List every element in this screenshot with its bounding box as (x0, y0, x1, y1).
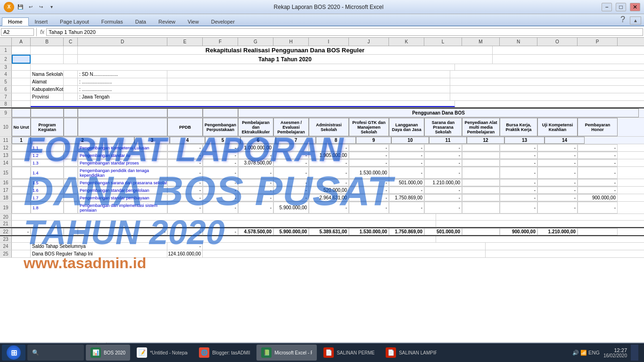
redo-quick-btn[interactable]: ↪ (37, 3, 45, 11)
cell-c2[interactable] (64, 55, 78, 64)
cell-f25[interactable] (203, 250, 486, 257)
cell-d4[interactable]: : SD N................... (78, 71, 167, 78)
col-header-n[interactable]: N (500, 38, 537, 46)
cell-f12[interactable]: - (203, 144, 238, 151)
cell-row23[interactable] (12, 236, 436, 242)
cell-d5[interactable]: : ....................... (78, 78, 167, 85)
cell-o19[interactable]: - (537, 202, 578, 214)
cell-e14[interactable]: - (167, 159, 203, 166)
cell-b8[interactable] (31, 101, 455, 107)
cell-j11[interactable]: 8 (316, 137, 356, 144)
cell-o22[interactable]: 1.210.000,00 (537, 228, 578, 235)
col-hdr-langganan[interactable]: Langganan Daya dan Jasa (389, 118, 424, 136)
cell-g19[interactable]: - (238, 202, 273, 214)
cell-c13[interactable] (64, 152, 78, 159)
col-header-p[interactable]: P (578, 38, 618, 46)
cell-row21[interactable] (12, 221, 436, 227)
cell-p17[interactable]: - (578, 187, 618, 194)
cell-o15[interactable]: - (537, 167, 578, 179)
cell-a25[interactable] (12, 250, 31, 257)
cell-j18[interactable]: - (349, 194, 389, 201)
cell-a1[interactable] (12, 46, 31, 54)
cell-l14[interactable]: - (424, 159, 462, 166)
col-header-e[interactable]: E (167, 38, 203, 46)
cell-e4[interactable] (167, 71, 450, 78)
cell-m19[interactable] (462, 202, 500, 214)
cell-a22[interactable]: - (12, 228, 31, 235)
cell-l19[interactable]: - (424, 202, 462, 214)
cell-f15[interactable]: - (203, 167, 238, 179)
cell-d6[interactable]: : ....................... (78, 86, 167, 93)
cell-b4[interactable]: Nama Sekolah (31, 71, 64, 78)
cell-b22[interactable] (31, 228, 64, 235)
cell-p22[interactable] (578, 228, 618, 235)
cell-a2[interactable] (12, 55, 31, 64)
col-hdr-pembelajaran[interactable]: Pembelajaran dan Ektrakulikuler (238, 118, 273, 136)
cell-e13[interactable]: - (167, 152, 203, 159)
col-header-k[interactable]: K (389, 38, 424, 46)
cell-p19[interactable]: - (578, 202, 618, 214)
taskbar-app-excel[interactable]: 📗 Microsoft Excel - R... (256, 345, 317, 361)
cell-h22[interactable]: 5.900.000,00 (273, 228, 309, 235)
cell-a7[interactable] (12, 93, 31, 100)
cell-g9-header[interactable]: Penggunaan Dana BOS (238, 108, 639, 117)
cell-o16[interactable]: - (537, 179, 578, 186)
cell-h19[interactable]: 5.900.000,00 (273, 202, 309, 214)
col-hdr-d[interactable] (78, 118, 167, 136)
cell-m17[interactable] (462, 187, 500, 194)
cell-row20[interactable] (12, 214, 436, 220)
cell-b17[interactable]: 1.6 (31, 187, 64, 194)
formula-input[interactable] (46, 28, 643, 36)
col-header-j[interactable]: J (349, 38, 389, 46)
cell-g22[interactable]: 4.578.500,00 (238, 228, 273, 235)
cell-a19[interactable] (12, 202, 31, 214)
col-header-l[interactable]: L (424, 38, 462, 46)
maximize-button[interactable]: □ (616, 3, 626, 11)
cell-d9[interactable] (78, 108, 167, 117)
cell-j17[interactable]: - (349, 187, 389, 194)
cell-e19[interactable]: - (167, 202, 203, 214)
cell-l15[interactable]: - (424, 167, 462, 179)
cell-i12[interactable]: - (309, 144, 349, 151)
cell-h13[interactable]: - (273, 152, 309, 159)
col-hdr-profesi[interactable]: Profesi GTK dan Manajemen Sekolah (349, 118, 389, 136)
cell-f24[interactable] (203, 243, 486, 250)
cell-c7[interactable] (64, 93, 78, 100)
cell-b5[interactable]: Alamat (31, 78, 64, 85)
cell-b3[interactable] (31, 64, 455, 70)
cell-j19[interactable]: - (349, 202, 389, 214)
tab-pagelayout[interactable]: Page Layout (54, 17, 95, 25)
cell-o11[interactable]: 13 (504, 137, 545, 144)
cell-f14[interactable]: - (203, 159, 238, 166)
cell-f13[interactable]: - (203, 152, 238, 159)
cell-n22[interactable]: 900.000,00 (500, 228, 537, 235)
cell-n17[interactable]: - (500, 187, 537, 194)
cell-c16[interactable] (64, 179, 78, 186)
col-header-b[interactable]: B (31, 38, 64, 46)
cell-i15[interactable]: - (309, 167, 349, 179)
tab-formulas[interactable]: Formulas (95, 17, 129, 25)
cell-c12[interactable] (64, 144, 78, 151)
cell-a15[interactable] (12, 167, 31, 179)
cell-a17[interactable] (12, 187, 31, 194)
cell-m13[interactable] (462, 152, 500, 159)
cell-h11[interactable]: 6 (240, 137, 276, 144)
tab-review[interactable]: Review (152, 17, 182, 25)
cell-a4[interactable] (12, 71, 31, 78)
cell-a3[interactable] (12, 64, 31, 70)
cell-k12[interactable]: - (389, 144, 424, 151)
cell-m11[interactable]: 11 (429, 137, 467, 144)
search-bar[interactable]: 🔍 (27, 345, 84, 361)
cell-f17[interactable]: - (203, 187, 238, 194)
cell-n12[interactable]: - (500, 144, 537, 151)
minimize-button[interactable]: − (602, 3, 612, 11)
cell-b7[interactable]: Provinsi (31, 93, 64, 100)
col-hdr-prog[interactable]: Program Kegiatan (31, 118, 64, 136)
col-hdr-ppdb[interactable]: PPDB (167, 118, 203, 136)
cell-d15[interactable]: Pengembangan pendidik dan tenaga kependi… (78, 167, 167, 179)
cell-f9[interactable] (203, 108, 238, 117)
cell-b11[interactable]: 2 (31, 137, 134, 144)
cell-e9[interactable] (167, 108, 203, 117)
cell-j15[interactable]: 1.530.000,00 (349, 167, 389, 179)
cell-l13[interactable]: - (424, 152, 462, 159)
